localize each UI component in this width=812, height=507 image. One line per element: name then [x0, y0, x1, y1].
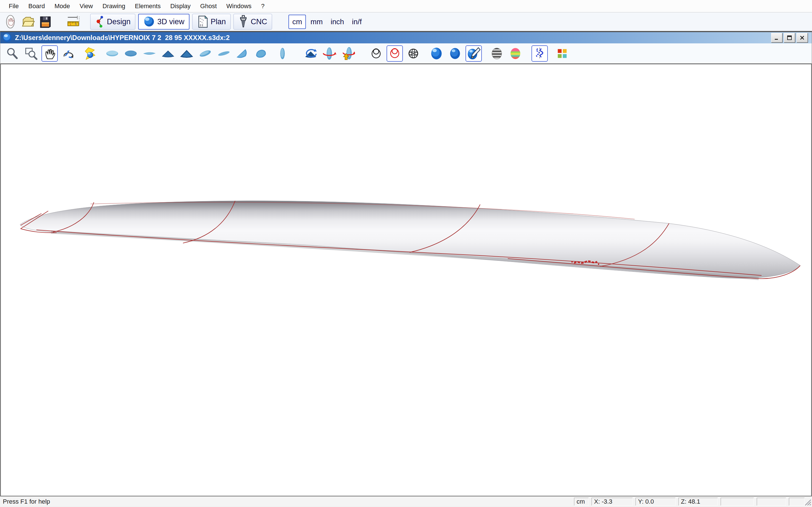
menu-board[interactable]: Board [23, 0, 50, 12]
menu-file[interactable]: File [4, 0, 23, 12]
unit-inf[interactable]: in/f [349, 15, 365, 29]
save-floppy-icon[interactable] [37, 13, 54, 30]
view-perspective-4[interactable] [253, 45, 269, 62]
curvature-map[interactable] [507, 45, 523, 62]
view-bottom[interactable] [123, 45, 139, 62]
view-perspective-3[interactable] [234, 45, 251, 62]
view-back[interactable] [179, 45, 195, 62]
rotate-around-x[interactable] [303, 45, 319, 62]
render-shaded[interactable] [447, 45, 463, 62]
resize-grip[interactable] [804, 499, 811, 506]
rotate-3d-icon [62, 47, 75, 60]
color-squares-icon [556, 47, 569, 60]
cnc-mode-button[interactable]: CNC [234, 14, 272, 30]
menu-bar: File Board Mode View Drawing Elements Di… [0, 0, 812, 12]
zoom-window-tool[interactable] [23, 45, 39, 62]
view-side[interactable] [141, 45, 158, 62]
menu-drawing[interactable]: Drawing [98, 0, 130, 12]
view-outline-top[interactable] [274, 45, 291, 62]
status-empty-3 [789, 498, 805, 506]
document-titlebar[interactable]: Z:\Users\dennery\Downloads\HYPERNOIX 7 2… [0, 32, 812, 43]
status-bar: Press F1 for help cm X: -3.3 Y: 0.0 Z: 4… [0, 496, 812, 506]
render-edit-icon [467, 46, 481, 61]
unit-cm[interactable]: cm [289, 15, 306, 29]
status-z-coordinate: Z: 48.1 [678, 498, 718, 506]
document-window: Z:\Users\dennery\Downloads\HYPERNOIX 7 2… [0, 32, 812, 496]
view-perspective-2[interactable] [216, 45, 232, 62]
wireframe-sphere-icon [407, 47, 420, 60]
menu-ghost[interactable]: Ghost [195, 0, 221, 12]
svg-text:1: 1 [70, 23, 71, 25]
open-folder-icon[interactable] [19, 13, 37, 30]
curvature-icon [509, 47, 522, 61]
status-cells: cm X: -3.3 Y: 0.0 Z: 48.1 [574, 498, 805, 506]
rotate-3d-tool[interactable] [60, 45, 77, 62]
view-side-icon [142, 47, 156, 60]
menu-help[interactable]: ? [256, 0, 269, 12]
design-mode-button[interactable]: Design [90, 14, 135, 30]
zoom-window-icon [24, 47, 38, 60]
rotate-around-y-icon [322, 47, 336, 61]
render-solid-icon [430, 47, 443, 61]
window-controls [771, 33, 809, 43]
status-empty-1 [721, 498, 754, 506]
measure-ruler-icon[interactable]: 1 0 [65, 13, 83, 30]
menu-elements[interactable]: Elements [130, 0, 165, 12]
minimize-icon [774, 35, 779, 41]
rotate-around-x-icon [303, 47, 318, 61]
unit-mm[interactable]: mm [307, 15, 326, 29]
menu-mode[interactable]: Mode [50, 0, 75, 12]
view3d-mode-button[interactable]: 3D view [138, 14, 190, 30]
symmetry-toggle[interactable] [531, 45, 548, 62]
cnc-label: CNC [251, 17, 267, 26]
menu-view[interactable]: View [75, 0, 98, 12]
view-perspective-2-icon [217, 47, 231, 60]
design-label: Design [107, 17, 131, 26]
zoom-icon [6, 47, 19, 60]
slices-black[interactable] [368, 45, 384, 62]
wireframe-sphere[interactable] [405, 45, 421, 62]
pan-hand-icon [43, 47, 56, 60]
plan-label: Plan [211, 17, 226, 26]
rotate-around-z[interactable] [340, 45, 356, 62]
maximize-icon [786, 35, 792, 41]
view3d-label: 3D view [157, 17, 185, 26]
view-front[interactable] [160, 45, 176, 62]
svg-text:0: 0 [75, 23, 77, 25]
render-shaded-icon [448, 47, 462, 61]
render-solid[interactable] [428, 45, 445, 62]
view-perspective-1[interactable] [197, 45, 213, 62]
view-perspective-1-icon [198, 47, 212, 60]
status-y-coordinate: Y: 0.0 [636, 498, 675, 506]
zoom-tool[interactable] [4, 45, 20, 62]
unit-selector: cm mm inch in/f [289, 15, 365, 29]
board-surface [20, 201, 801, 278]
view-perspective-4-icon [254, 47, 268, 60]
viewport-3d[interactable] [0, 64, 812, 496]
hand-pointer-icon[interactable] [2, 13, 19, 30]
close-button[interactable] [797, 33, 808, 43]
maximize-button[interactable] [784, 33, 795, 43]
sphere-3d-icon [143, 16, 155, 27]
zebra-analysis[interactable] [489, 45, 505, 62]
slices-red[interactable] [387, 45, 403, 62]
main-toolbar: 1 0 Design 3D view Plan [0, 12, 812, 32]
lighting-tool[interactable] [82, 45, 98, 62]
plan-mode-button[interactable]: Plan [192, 14, 231, 30]
view-deck[interactable] [104, 45, 120, 62]
slices-red-icon [388, 47, 401, 60]
menu-windows[interactable]: Windows [221, 0, 256, 12]
color-squares[interactable] [554, 45, 570, 62]
pan-tool[interactable] [42, 45, 58, 62]
minimize-button[interactable] [771, 33, 782, 43]
document-title: Z:\Users\dennery\Downloads\HYPERNOIX 7 2… [15, 34, 230, 42]
render-edit[interactable] [465, 45, 482, 62]
rotate-around-y[interactable] [321, 45, 338, 62]
cnc-drill-icon [238, 15, 248, 29]
status-empty-2 [757, 498, 786, 506]
view-bottom-icon [124, 47, 138, 60]
menu-display[interactable]: Display [165, 0, 195, 12]
unit-inch[interactable]: inch [327, 15, 348, 29]
symmetry-icon [532, 47, 547, 61]
rotate-around-z-icon [341, 47, 355, 61]
